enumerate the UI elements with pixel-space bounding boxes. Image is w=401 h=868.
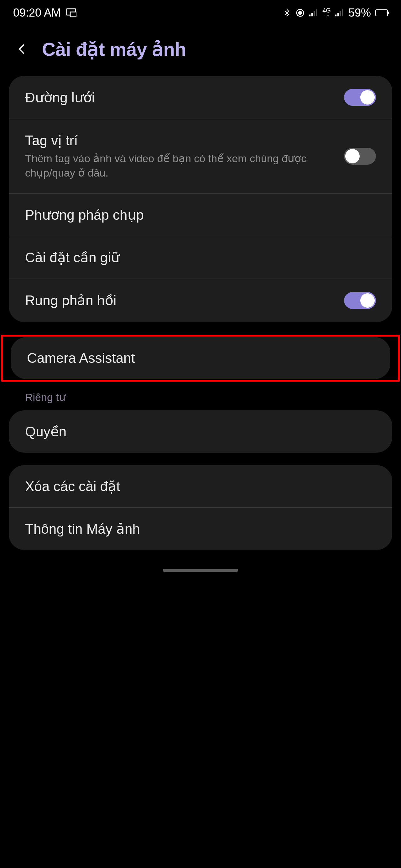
setting-camera-assistant[interactable]: Camera Assistant — [11, 337, 390, 379]
setting-label: Phương pháp chụp — [25, 207, 368, 223]
toggle-location-tag[interactable] — [344, 148, 376, 165]
section-heading-privacy: Riêng tư — [0, 391, 401, 410]
target-icon — [295, 8, 305, 18]
setting-label: Thông tin Máy ảnh — [25, 521, 368, 537]
battery-percent: 59% — [348, 6, 371, 20]
status-time: 09:20 AM — [13, 6, 61, 20]
windows-link-icon — [66, 7, 77, 18]
setting-label: Tag vị trí — [25, 132, 337, 148]
svg-rect-11 — [342, 9, 343, 16]
setting-grid-lines[interactable]: Đường lưới — [9, 76, 392, 119]
setting-label: Quyền — [25, 424, 368, 439]
network-type-indicator: 4G ↓↑ — [322, 7, 331, 19]
settings-group-camera-assistant: Camera Assistant — [11, 337, 390, 379]
nav-indicator[interactable] — [163, 569, 238, 572]
signal-icon-2 — [335, 9, 344, 17]
page-header: Cài đặt máy ảnh — [0, 23, 401, 76]
settings-group-general: Đường lưới Tag vị trí Thêm tag vào ảnh v… — [9, 76, 392, 322]
bluetooth-icon — [283, 8, 291, 18]
setting-description: Thêm tag vào ảnh và video để bạn có thể … — [25, 152, 337, 180]
svg-rect-6 — [314, 11, 315, 16]
settings-group-misc: Xóa các cài đặt Thông tin Máy ảnh — [9, 465, 392, 550]
svg-rect-5 — [311, 13, 313, 16]
setting-shooting-methods[interactable]: Phương pháp chụp — [9, 193, 392, 236]
signal-icon-1 — [309, 9, 318, 17]
svg-point-3 — [298, 11, 302, 14]
setting-location-tag[interactable]: Tag vị trí Thêm tag vào ảnh và video để … — [9, 119, 392, 193]
svg-rect-1 — [70, 12, 77, 17]
setting-reset[interactable]: Xóa các cài đặt — [9, 465, 392, 507]
back-button[interactable] — [12, 40, 31, 59]
toggle-grid-lines[interactable] — [344, 89, 376, 106]
setting-permissions[interactable]: Quyền — [9, 410, 392, 453]
setting-label: Xóa các cài đặt — [25, 478, 368, 494]
svg-rect-9 — [337, 13, 339, 16]
highlight-box: Camera Assistant — [1, 335, 400, 381]
status-bar: 09:20 AM 4G ↓↑ 59% — [0, 0, 401, 23]
settings-group-privacy: Quyền — [9, 410, 392, 453]
setting-keep-settings[interactable]: Cài đặt cần giữ — [9, 236, 392, 279]
svg-rect-10 — [340, 11, 341, 16]
setting-label: Camera Assistant — [27, 350, 367, 366]
page-title: Cài đặt máy ảnh — [42, 38, 186, 60]
svg-rect-7 — [316, 9, 317, 16]
setting-vibration-feedback[interactable]: Rung phản hồi — [9, 279, 392, 322]
setting-label: Cài đặt cần giữ — [25, 249, 368, 266]
setting-label: Đường lưới — [25, 90, 337, 105]
svg-rect-8 — [335, 15, 337, 17]
toggle-vibration-feedback[interactable] — [344, 292, 376, 309]
battery-icon — [375, 9, 388, 16]
setting-label: Rung phản hồi — [25, 292, 337, 308]
svg-rect-4 — [309, 15, 311, 17]
setting-about-camera[interactable]: Thông tin Máy ảnh — [9, 507, 392, 550]
